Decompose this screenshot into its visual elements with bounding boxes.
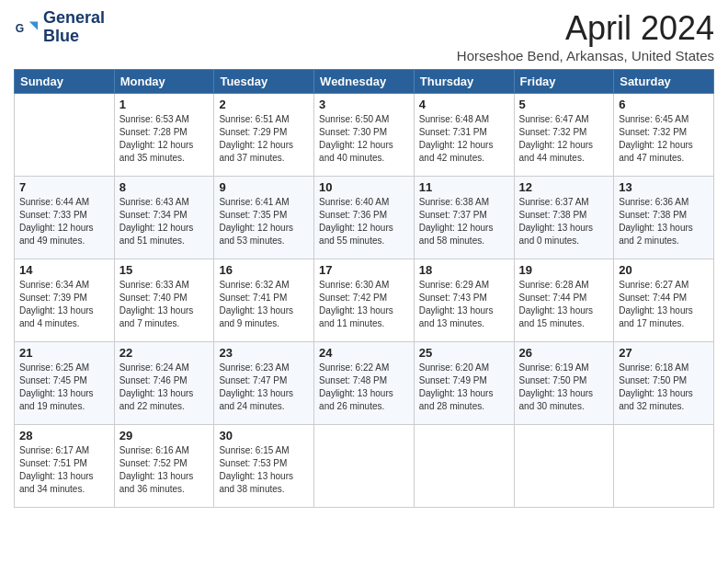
day-header-friday: Friday <box>514 70 614 94</box>
day-info: Sunrise: 6:41 AMSunset: 7:35 PMDaylight:… <box>219 196 309 247</box>
calendar-week-row: 7Sunrise: 6:44 AMSunset: 7:33 PMDaylight… <box>15 177 714 259</box>
calendar-cell: 6Sunrise: 6:45 AMSunset: 7:32 PMDaylight… <box>614 94 714 177</box>
day-number: 17 <box>319 263 409 277</box>
day-info: Sunrise: 6:17 AMSunset: 7:51 PMDaylight:… <box>19 444 109 496</box>
day-number: 27 <box>619 346 709 360</box>
title-block: April 2024 Horseshoe Bend, Arkansas, Uni… <box>457 9 714 63</box>
day-number: 5 <box>519 98 609 111</box>
month-title: April 2024 <box>457 9 714 48</box>
day-info: Sunrise: 6:27 AMSunset: 7:44 PMDaylight:… <box>619 279 709 330</box>
day-info: Sunrise: 6:15 AMSunset: 7:53 PMDaylight:… <box>219 444 309 496</box>
calendar-cell: 7Sunrise: 6:44 AMSunset: 7:33 PMDaylight… <box>15 177 115 259</box>
calendar-cell: 11Sunrise: 6:38 AMSunset: 7:37 PMDayligh… <box>414 177 514 259</box>
calendar-cell: 20Sunrise: 6:27 AMSunset: 7:44 PMDayligh… <box>614 259 714 342</box>
calendar-cell <box>614 425 714 508</box>
calendar-cell: 28Sunrise: 6:17 AMSunset: 7:51 PMDayligh… <box>15 425 115 508</box>
day-info: Sunrise: 6:36 AMSunset: 7:38 PMDaylight:… <box>619 196 709 247</box>
day-info: Sunrise: 6:19 AMSunset: 7:50 PMDaylight:… <box>519 362 609 413</box>
calendar-cell: 29Sunrise: 6:16 AMSunset: 7:52 PMDayligh… <box>114 425 214 508</box>
page-header: G General Blue April 2024 Horseshoe Bend… <box>14 9 714 63</box>
day-number: 14 <box>19 263 109 277</box>
location-text: Horseshoe Bend, Arkansas, United States <box>457 48 714 63</box>
day-number: 28 <box>19 429 109 442</box>
calendar-cell: 19Sunrise: 6:28 AMSunset: 7:44 PMDayligh… <box>514 259 614 342</box>
day-header-monday: Monday <box>114 70 214 94</box>
day-number: 19 <box>519 263 609 277</box>
calendar-cell: 21Sunrise: 6:25 AMSunset: 7:45 PMDayligh… <box>15 342 115 425</box>
day-info: Sunrise: 6:25 AMSunset: 7:45 PMDaylight:… <box>19 362 109 413</box>
calendar-cell: 13Sunrise: 6:36 AMSunset: 7:38 PMDayligh… <box>614 177 714 259</box>
calendar-week-row: 21Sunrise: 6:25 AMSunset: 7:45 PMDayligh… <box>15 342 714 425</box>
day-info: Sunrise: 6:53 AMSunset: 7:28 PMDaylight:… <box>119 113 210 165</box>
day-number: 10 <box>319 180 409 194</box>
calendar-cell: 8Sunrise: 6:43 AMSunset: 7:34 PMDaylight… <box>114 177 214 259</box>
day-info: Sunrise: 6:45 AMSunset: 7:32 PMDaylight:… <box>619 113 709 165</box>
calendar-cell: 14Sunrise: 6:34 AMSunset: 7:39 PMDayligh… <box>15 259 115 342</box>
calendar-cell: 1Sunrise: 6:53 AMSunset: 7:28 PMDaylight… <box>114 94 214 177</box>
day-number: 22 <box>119 346 210 360</box>
calendar-cell: 16Sunrise: 6:32 AMSunset: 7:41 PMDayligh… <box>214 259 314 342</box>
calendar-cell <box>314 425 415 508</box>
calendar-cell: 15Sunrise: 6:33 AMSunset: 7:40 PMDayligh… <box>114 259 214 342</box>
calendar-cell: 10Sunrise: 6:40 AMSunset: 7:36 PMDayligh… <box>314 177 415 259</box>
day-info: Sunrise: 6:30 AMSunset: 7:42 PMDaylight:… <box>319 279 409 330</box>
day-info: Sunrise: 6:28 AMSunset: 7:44 PMDaylight:… <box>519 279 609 330</box>
calendar-cell: 4Sunrise: 6:48 AMSunset: 7:31 PMDaylight… <box>414 94 514 177</box>
day-info: Sunrise: 6:38 AMSunset: 7:37 PMDaylight:… <box>419 196 509 247</box>
calendar-cell: 12Sunrise: 6:37 AMSunset: 7:38 PMDayligh… <box>514 177 614 259</box>
calendar-cell: 22Sunrise: 6:24 AMSunset: 7:46 PMDayligh… <box>114 342 214 425</box>
day-info: Sunrise: 6:50 AMSunset: 7:30 PMDaylight:… <box>319 113 409 165</box>
day-header-thursday: Thursday <box>414 70 514 94</box>
day-info: Sunrise: 6:32 AMSunset: 7:41 PMDaylight:… <box>219 279 309 330</box>
calendar-cell: 30Sunrise: 6:15 AMSunset: 7:53 PMDayligh… <box>214 425 314 508</box>
day-number: 26 <box>519 346 609 360</box>
day-number: 2 <box>219 98 309 111</box>
calendar-cell: 26Sunrise: 6:19 AMSunset: 7:50 PMDayligh… <box>514 342 614 425</box>
day-info: Sunrise: 6:51 AMSunset: 7:29 PMDaylight:… <box>219 113 309 165</box>
day-number: 25 <box>419 346 509 360</box>
svg-text:G: G <box>16 21 24 34</box>
calendar-cell: 5Sunrise: 6:47 AMSunset: 7:32 PMDaylight… <box>514 94 614 177</box>
day-number: 13 <box>619 180 709 194</box>
day-header-sunday: Sunday <box>15 70 115 94</box>
calendar-cell: 17Sunrise: 6:30 AMSunset: 7:42 PMDayligh… <box>314 259 415 342</box>
calendar-cell <box>414 425 514 508</box>
calendar-table: SundayMondayTuesdayWednesdayThursdayFrid… <box>14 69 714 508</box>
day-number: 1 <box>119 98 210 111</box>
day-number: 11 <box>419 180 509 194</box>
day-info: Sunrise: 6:44 AMSunset: 7:33 PMDaylight:… <box>19 196 109 247</box>
calendar-cell: 25Sunrise: 6:20 AMSunset: 7:49 PMDayligh… <box>414 342 514 425</box>
calendar-cell: 24Sunrise: 6:22 AMSunset: 7:48 PMDayligh… <box>314 342 415 425</box>
day-header-wednesday: Wednesday <box>314 70 415 94</box>
logo-text: General Blue <box>43 9 105 46</box>
day-info: Sunrise: 6:47 AMSunset: 7:32 PMDaylight:… <box>519 113 609 165</box>
calendar-cell <box>514 425 614 508</box>
calendar-cell: 3Sunrise: 6:50 AMSunset: 7:30 PMDaylight… <box>314 94 415 177</box>
day-number: 9 <box>219 180 309 194</box>
logo: G General Blue <box>14 9 105 46</box>
day-number: 29 <box>119 429 210 442</box>
logo-icon: G <box>14 15 40 40</box>
day-info: Sunrise: 6:40 AMSunset: 7:36 PMDaylight:… <box>319 196 409 247</box>
day-number: 8 <box>119 180 210 194</box>
day-info: Sunrise: 6:23 AMSunset: 7:47 PMDaylight:… <box>219 362 309 413</box>
logo-line2: Blue <box>43 28 105 46</box>
day-info: Sunrise: 6:24 AMSunset: 7:46 PMDaylight:… <box>119 362 210 413</box>
day-number: 7 <box>19 180 109 194</box>
calendar-week-row: 1Sunrise: 6:53 AMSunset: 7:28 PMDaylight… <box>15 94 714 177</box>
day-info: Sunrise: 6:37 AMSunset: 7:38 PMDaylight:… <box>519 196 609 247</box>
calendar-cell <box>15 94 115 177</box>
day-info: Sunrise: 6:33 AMSunset: 7:40 PMDaylight:… <box>119 279 210 330</box>
calendar-cell: 23Sunrise: 6:23 AMSunset: 7:47 PMDayligh… <box>214 342 314 425</box>
day-info: Sunrise: 6:16 AMSunset: 7:52 PMDaylight:… <box>119 444 210 496</box>
calendar-header-row: SundayMondayTuesdayWednesdayThursdayFrid… <box>15 70 714 94</box>
day-info: Sunrise: 6:18 AMSunset: 7:50 PMDaylight:… <box>619 362 709 413</box>
day-number: 15 <box>119 263 210 277</box>
day-info: Sunrise: 6:34 AMSunset: 7:39 PMDaylight:… <box>19 279 109 330</box>
day-number: 4 <box>419 98 509 111</box>
calendar-cell: 2Sunrise: 6:51 AMSunset: 7:29 PMDaylight… <box>214 94 314 177</box>
day-number: 21 <box>19 346 109 360</box>
day-number: 3 <box>319 98 409 111</box>
day-number: 20 <box>619 263 709 277</box>
calendar-cell: 9Sunrise: 6:41 AMSunset: 7:35 PMDaylight… <box>214 177 314 259</box>
